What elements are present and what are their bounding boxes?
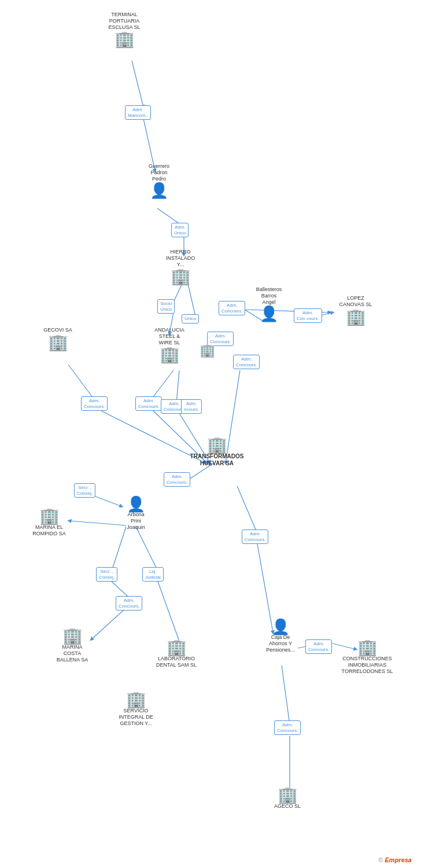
- terminal-icon: 🏢: [115, 31, 135, 47]
- node-badge-liq-judicial[interactable]: Liq.Judicial: [142, 567, 164, 582]
- node-badge-concurs-mid3[interactable]: Adm.ncours.: [181, 399, 202, 414]
- node-arbona: 👤 ArbonaPriniJoaquin: [113, 496, 159, 531]
- footer: © Empresa: [378, 856, 412, 863]
- node-badge-concurs-lopez[interactable]: Adm.Con cours.: [294, 308, 322, 323]
- node-badge-concurs-caja[interactable]: Adm.Concours.: [305, 639, 332, 654]
- node-badge-concurs-gecovi[interactable]: Adm.Concours.: [81, 396, 108, 411]
- servicio-label: SERVICIOINTEGRAL DEGESTION Y...: [119, 708, 153, 726]
- construcciones-label: CONSTRUCCIONESINMOBILIARIASTORRELODONES …: [342, 656, 393, 674]
- marina-rompido-icon: 🏢: [39, 508, 60, 524]
- construcciones-icon: 🏢: [357, 639, 378, 656]
- node-badge-concurs-right[interactable]: Adm.Concours.: [233, 355, 260, 369]
- caja-label: Caja DeAhorros YPensiones...: [266, 634, 295, 653]
- laboratorio-label: LABORATORIODENTAL SAM SL: [156, 656, 197, 668]
- node-caja-ahorros: 👤 Caja DeAhorros YPensiones...: [254, 619, 306, 654]
- node-hierro: HIERROINSTALADOY... 🏢: [157, 249, 204, 285]
- ageco-label: AGECO SL: [274, 803, 301, 810]
- copyright-symbol: ©: [378, 856, 383, 863]
- node-construcciones: 🏢 CONSTRUCCIONESINMOBILIARIASTORRELODONE…: [335, 639, 399, 675]
- badge-secr-consej2[interactable]: Secr. ,Consej.: [96, 567, 117, 582]
- node-andalucia: ANDALUCIASTEEL &WIRE SL 🏢: [143, 327, 195, 363]
- node-badge-concurs-arbona[interactable]: Adm.Concours.: [116, 596, 142, 610]
- badge-socio-unico[interactable]: SocioÚnico: [157, 299, 175, 314]
- me-icon: 🏢: [200, 344, 215, 357]
- node-laboratorio: 🏢 LABORATORIODENTAL SAM SL: [147, 639, 205, 670]
- marina-costa-label: MARINACOSTABALLENA SA: [57, 644, 88, 663]
- node-gecovi: GECOVI SA 🏢: [35, 327, 81, 351]
- svg-line-0: [132, 61, 143, 107]
- badge-adm-concours-right[interactable]: Adm.Concours.: [233, 355, 260, 369]
- badge-adm-concours-transf[interactable]: Adm.Concours.: [164, 472, 190, 487]
- graph-container: TERMINAL PORTUARIA ESCLUSA SL 🏢 Adm.Manc…: [0, 0, 421, 868]
- badge-adm-concours-lopez[interactable]: Adm.Con cours.: [294, 308, 322, 323]
- guerrero-icon: 👤: [150, 183, 168, 198]
- node-transformados: 🏢 TRANSFORMADOSHUEVAR SA: [185, 437, 249, 468]
- badge-adm-mancom[interactable]: Adm.Mancom..: [125, 105, 151, 120]
- svg-line-22: [136, 527, 158, 571]
- badge-adm-concours-mid3[interactable]: Adm.ncours.: [181, 399, 202, 414]
- node-badge-concurs-right2[interactable]: Adm.Concours.: [242, 529, 268, 544]
- node-guerrero: GuerreroPadronPedro 👤: [136, 163, 182, 198]
- svg-line-9: [321, 312, 333, 315]
- andalucia-icon: 🏢: [160, 347, 180, 363]
- node-badge-unico[interactable]: Único: [182, 314, 199, 323]
- brand-name: Empresa: [385, 856, 412, 863]
- node-ballesteros: BallesterosBarrosAngel 👤: [243, 286, 295, 321]
- svg-line-12: [176, 370, 179, 403]
- node-badge-unico-guerrero[interactable]: Adm.Único: [171, 223, 189, 237]
- node-badge-socio-unico[interactable]: SocioÚnico: [157, 299, 175, 314]
- node-badge-concurs-mid1[interactable]: Adm.Concours.: [135, 396, 162, 411]
- node-terminal: TERMINAL PORTUARIA ESCLUSA SL 🏢: [101, 12, 147, 47]
- badge-unico[interactable]: Único: [182, 314, 199, 323]
- marina-rompido-label: MARINA ELROMPIDO SA: [32, 524, 66, 537]
- arbona-label: ArbonaPriniJoaquin: [127, 512, 145, 530]
- node-servicio: 🏢 SERVICIOINTEGRAL DEGESTION Y...: [107, 692, 165, 727]
- transformados-icon: 🏢: [207, 437, 227, 453]
- node-ageco: 🏢 AGECO SL: [264, 787, 311, 811]
- badge-adm-concours-mid1[interactable]: Adm.Concours.: [135, 396, 162, 411]
- andalucia-label: ANDALUCIASTEEL &WIRE SL: [154, 327, 184, 345]
- svg-line-21: [112, 527, 126, 571]
- node-me-building: 🏢: [200, 344, 215, 357]
- svg-line-29: [282, 665, 290, 724]
- ballesteros-icon: 👤: [260, 306, 278, 321]
- node-badge-concurs-ageco[interactable]: Adm.Concours.: [274, 720, 301, 735]
- ballesteros-label: BallesterosBarrosAngel: [256, 286, 282, 305]
- node-marina-costa: 🏢 MARINACOSTABALLENA SA: [46, 628, 98, 664]
- svg-line-5: [188, 284, 195, 317]
- node-badge-mancom[interactable]: Adm.Mancom..: [125, 105, 151, 120]
- ageco-icon: 🏢: [278, 787, 298, 803]
- laboratorio-icon: 🏢: [167, 639, 187, 656]
- arbona-icon: 👤: [127, 496, 145, 512]
- guerrero-label: GuerreroPadronPedro: [149, 163, 169, 182]
- badge-adm-unico[interactable]: Adm.Único: [171, 223, 189, 237]
- node-badge-concurs-transf[interactable]: Adm.Concours.: [164, 472, 190, 487]
- servicio-icon: 🏢: [126, 692, 146, 708]
- gecovi-icon: 🏢: [48, 334, 68, 351]
- badge-adm-concours-arbona[interactable]: Adm.Concours.: [116, 596, 142, 610]
- gecovi-label: GECOVI SA: [43, 327, 72, 333]
- badge-adm-concours-caja[interactable]: Adm.Concours.: [305, 639, 332, 654]
- hierro-label: HIERROINSTALADOY...: [166, 249, 195, 267]
- hierro-icon: 🏢: [171, 269, 191, 285]
- node-badge-secr-consej-arbona[interactable]: Secr. ,Consej.: [74, 483, 95, 498]
- terminal-label: TERMINAL PORTUARIA ESCLUSA SL: [108, 12, 140, 30]
- transformados-label: TRANSFORMADOSHUEVAR SA: [190, 453, 244, 467]
- badge-liq-judicial[interactable]: Liq.Judicial: [142, 567, 164, 582]
- node-lopez-canovas: LOPEZCANOVAS SL 🏢: [333, 295, 379, 325]
- marina-costa-icon: 🏢: [62, 628, 83, 644]
- svg-line-10: [68, 365, 95, 401]
- badge-adm-concours-ballesteros[interactable]: Adm.Concours.: [219, 301, 245, 315]
- badge-secr-consej-arbona[interactable]: Secr. ,Consej.: [74, 483, 95, 498]
- lopez-icon: 🏢: [346, 309, 366, 325]
- badge-adm-concours-ageco[interactable]: Adm.Concours.: [274, 720, 301, 735]
- badge-adm-concours-right2[interactable]: Adm.Concours.: [242, 529, 268, 544]
- caja-icon: 👤: [271, 619, 290, 634]
- svg-line-20: [237, 486, 257, 534]
- lopez-label: LOPEZCANOVAS SL: [339, 295, 372, 308]
- node-badge-concurs-ballesteros[interactable]: Adm.Concours.: [219, 301, 245, 315]
- node-marina-rompido: 🏢 MARINA ELROMPIDO SA: [26, 508, 72, 538]
- badge-adm-concours-gecovi[interactable]: Adm.Concours.: [81, 396, 108, 411]
- connection-lines: [0, 0, 421, 868]
- node-badge-secr-consej2[interactable]: Secr. ,Consej.: [96, 567, 117, 582]
